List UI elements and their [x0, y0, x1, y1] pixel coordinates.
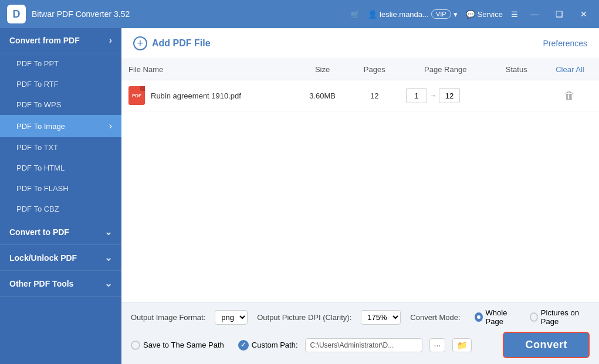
sidebar-item-pdf-to-ppt[interactable]: PDF To PPT: [0, 53, 121, 74]
sidebar-item-pdf-to-html[interactable]: PDF To HTML: [0, 158, 121, 178]
pdf-to-image-arrow-icon: ›: [109, 121, 112, 131]
page-range-arrow-icon: →: [429, 91, 436, 100]
username-label: leslie.manda...: [380, 10, 429, 19]
save-same-path-radio[interactable]: [131, 341, 140, 350]
folder-button[interactable]: 📁: [452, 338, 472, 352]
sidebar-section-convert-from-label: Convert from PDF: [9, 36, 80, 45]
plus-circle-icon: +: [133, 36, 147, 50]
menu-button[interactable]: ☰: [511, 10, 518, 19]
save-same-path-option[interactable]: Save to The Same Path: [131, 341, 224, 350]
bottom-row-path: Save to The Same Path Custom Path: ··· 📁…: [131, 332, 590, 358]
whole-page-radio[interactable]: [475, 312, 483, 322]
lock-unlock-chevron-icon: ⌄: [104, 252, 112, 263]
sidebar-section-lock-unlock[interactable]: Lock/Unlock PDF ⌄: [0, 245, 121, 271]
user-icon: 👤: [368, 10, 377, 19]
pictures-on-page-label: Pictures on Page: [541, 308, 590, 326]
content-header: + Add PDF File Preferences: [121, 28, 599, 59]
add-pdf-label: Add PDF File: [152, 38, 211, 49]
status-cell: [492, 80, 541, 111]
other-tools-chevron-icon: ⌄: [104, 278, 112, 289]
format-label: Output Image Format:: [131, 313, 205, 322]
pdf-file-icon: PDF: [128, 86, 145, 105]
convert-to-chevron-icon: ⌄: [104, 226, 112, 237]
col-pages: Pages: [350, 59, 399, 80]
page-from-input[interactable]: [406, 88, 427, 103]
file-table: File Name Size Pages Page Range Status: [121, 59, 599, 111]
file-table-area: File Name Size Pages Page Range Status: [121, 59, 599, 302]
browse-button[interactable]: ···: [429, 338, 446, 352]
vip-chevron-icon: ▾: [454, 10, 458, 19]
custom-path-input[interactable]: [305, 338, 422, 352]
convert-mode-radio-group: Whole Page Pictures on Page: [475, 308, 590, 326]
service-label: Service: [478, 10, 503, 19]
app-title: Bitwar PDF Converter 3.52: [32, 9, 350, 19]
sidebar-section-convert-from[interactable]: Convert from PDF ›: [0, 28, 121, 53]
whole-page-option[interactable]: Whole Page: [475, 308, 520, 326]
sidebar-section-other-tools-label: Other PDF Tools: [9, 279, 73, 288]
sidebar-item-pdf-to-rtf[interactable]: PDF To RTF: [0, 74, 121, 94]
whole-page-label: Whole Page: [486, 308, 520, 326]
titlebar: D Bitwar PDF Converter 3.52 🛒 👤 leslie.m…: [0, 0, 599, 28]
dpi-select[interactable]: 175%: [361, 310, 401, 325]
table-row: PDF Rubin agreement 1910.pdf 3.60MB 12: [121, 80, 599, 111]
cart-icon: 🛒: [350, 10, 360, 19]
cart-button[interactable]: 🛒: [350, 10, 360, 19]
custom-path-checkbox[interactable]: [238, 340, 249, 351]
pictures-on-page-option[interactable]: Pictures on Page: [530, 308, 590, 326]
convert-button[interactable]: Convert: [503, 332, 590, 358]
main-layout: Convert from PDF › PDF To PPT PDF To RTF…: [0, 28, 599, 364]
sidebar-section-other-tools[interactable]: Other PDF Tools ⌄: [0, 271, 121, 297]
sidebar-item-pdf-to-cbz[interactable]: PDF To CBZ: [0, 199, 121, 219]
add-pdf-button[interactable]: + Add PDF File: [133, 36, 211, 50]
minimize-button[interactable]: —: [526, 6, 543, 22]
delete-cell[interactable]: 🗑: [541, 80, 599, 111]
page-range-cell: →: [399, 80, 492, 111]
file-name-cell: PDF Rubin agreement 1910.pdf: [121, 80, 295, 111]
bottom-bar: Output Image Format: png Output Picture …: [121, 302, 599, 364]
col-clear-all[interactable]: Clear All: [541, 59, 599, 80]
service-button[interactable]: 💬 Service: [466, 10, 503, 19]
sidebar: Convert from PDF › PDF To PPT PDF To RTF…: [0, 28, 121, 364]
col-size: Size: [295, 59, 350, 80]
sidebar-item-pdf-to-image[interactable]: PDF To Image ›: [0, 115, 121, 137]
sidebar-section-convert-to-label: Convert to PDF: [9, 227, 69, 237]
convert-from-chevron-icon: ›: [109, 35, 112, 46]
delete-icon[interactable]: 🗑: [564, 90, 575, 101]
filename-label: Rubin agreement 1910.pdf: [151, 91, 241, 100]
page-to-input[interactable]: [439, 88, 460, 103]
col-status: Status: [492, 59, 541, 80]
hamburger-icon: ☰: [511, 10, 518, 19]
sidebar-item-pdf-to-txt[interactable]: PDF To TXT: [0, 137, 121, 158]
bottom-row-options: Output Image Format: png Output Picture …: [131, 308, 590, 326]
sidebar-section-lock-unlock-label: Lock/Unlock PDF: [9, 253, 77, 263]
maximize-button[interactable]: ❑: [551, 6, 567, 22]
file-pages-cell: 12: [350, 80, 399, 111]
sidebar-section-convert-to[interactable]: Convert to PDF ⌄: [0, 219, 121, 245]
sidebar-item-pdf-to-wps[interactable]: PDF To WPS: [0, 94, 121, 115]
custom-path-option[interactable]: Custom Path:: [238, 340, 298, 351]
sidebar-item-pdf-to-flash[interactable]: PDF To FLASH: [0, 178, 121, 199]
custom-path-label: Custom Path:: [252, 341, 298, 349]
vip-badge[interactable]: VIP: [431, 9, 451, 19]
app-logo: D: [7, 5, 26, 23]
preferences-link[interactable]: Preferences: [543, 39, 587, 48]
titlebar-right: 🛒 👤 leslie.manda... VIP ▾ 💬 Service ☰ — …: [350, 6, 592, 22]
close-button[interactable]: ✕: [576, 6, 592, 22]
content-area: + Add PDF File Preferences File Name Siz…: [121, 28, 599, 364]
convert-mode-label: Convert Mode:: [410, 313, 460, 322]
dpi-label: Output Picture DPI (Clarity):: [257, 313, 351, 322]
save-same-path-label: Save to The Same Path: [143, 341, 224, 349]
pictures-on-page-radio[interactable]: [530, 312, 538, 322]
format-select[interactable]: png: [215, 310, 248, 325]
file-size-cell: 3.60MB: [295, 80, 350, 111]
speech-icon: 💬: [466, 10, 475, 19]
col-page-range: Page Range: [399, 59, 492, 80]
user-area[interactable]: 👤 leslie.manda... VIP ▾: [368, 9, 458, 19]
col-filename: File Name: [121, 59, 295, 80]
